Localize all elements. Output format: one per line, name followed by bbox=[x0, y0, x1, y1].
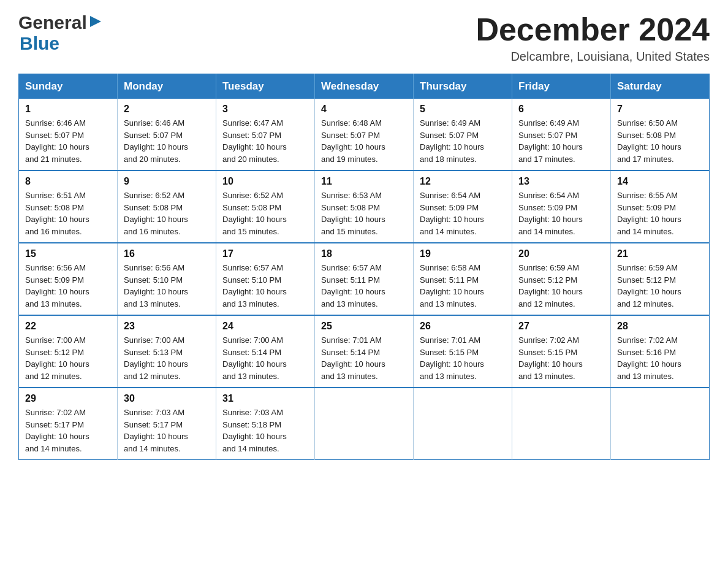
header-friday: Friday bbox=[512, 74, 611, 99]
day-info: Sunrise: 6:59 AM Sunset: 5:12 PM Dayligh… bbox=[617, 262, 703, 310]
day-info: Sunrise: 7:03 AM Sunset: 5:17 PM Dayligh… bbox=[124, 407, 210, 454]
day-info: Sunrise: 6:54 AM Sunset: 5:09 PM Dayligh… bbox=[518, 190, 604, 237]
day-info: Sunrise: 7:00 AM Sunset: 5:12 PM Dayligh… bbox=[25, 334, 111, 382]
day-number: 29 bbox=[25, 393, 111, 404]
calendar-cell-w1-d5: 5 Sunrise: 6:49 AM Sunset: 5:07 PM Dayli… bbox=[414, 99, 512, 170]
day-info: Sunrise: 6:58 AM Sunset: 5:11 PM Dayligh… bbox=[420, 262, 506, 310]
day-number: 15 bbox=[25, 248, 111, 259]
calendar-cell-w2-d4: 11 Sunrise: 6:53 AM Sunset: 5:08 PM Dayl… bbox=[315, 170, 414, 243]
calendar-cell-w5-d5 bbox=[414, 388, 512, 460]
logo-triangle-icon bbox=[89, 15, 102, 31]
day-info: Sunrise: 6:53 AM Sunset: 5:08 PM Dayligh… bbox=[321, 190, 407, 237]
calendar-week-5: 29 Sunrise: 7:02 AM Sunset: 5:17 PM Dayl… bbox=[19, 388, 710, 460]
day-number: 24 bbox=[222, 321, 308, 332]
logo-general: General bbox=[18, 12, 87, 33]
header-sunday: Sunday bbox=[19, 74, 118, 99]
header-wednesday: Wednesday bbox=[315, 74, 414, 99]
day-number: 31 bbox=[222, 393, 308, 404]
day-number: 11 bbox=[321, 176, 407, 187]
day-info: Sunrise: 6:54 AM Sunset: 5:09 PM Dayligh… bbox=[420, 190, 506, 237]
header-thursday: Thursday bbox=[414, 74, 512, 99]
day-number: 6 bbox=[518, 104, 604, 115]
logo: General Blue bbox=[18, 12, 102, 54]
day-info: Sunrise: 7:01 AM Sunset: 5:15 PM Dayligh… bbox=[420, 334, 506, 382]
day-number: 19 bbox=[420, 248, 506, 259]
calendar-header: Sunday Monday Tuesday Wednesday Thursday… bbox=[19, 74, 710, 99]
day-number: 10 bbox=[222, 176, 308, 187]
day-number: 13 bbox=[518, 176, 604, 187]
calendar-cell-w5-d6 bbox=[512, 388, 611, 460]
day-info: Sunrise: 7:02 AM Sunset: 5:17 PM Dayligh… bbox=[25, 407, 111, 454]
day-info: Sunrise: 7:00 AM Sunset: 5:13 PM Dayligh… bbox=[124, 334, 210, 382]
day-info: Sunrise: 6:56 AM Sunset: 5:10 PM Dayligh… bbox=[124, 262, 210, 310]
day-info: Sunrise: 6:57 AM Sunset: 5:11 PM Dayligh… bbox=[321, 262, 407, 310]
calendar-cell-w4-d6: 27 Sunrise: 7:02 AM Sunset: 5:15 PM Dayl… bbox=[512, 315, 611, 388]
calendar-cell-w1-d1: 1 Sunrise: 6:46 AM Sunset: 5:07 PM Dayli… bbox=[19, 99, 118, 170]
calendar-cell-w3-d6: 20 Sunrise: 6:59 AM Sunset: 5:12 PM Dayl… bbox=[512, 243, 611, 315]
calendar-cell-w1-d6: 6 Sunrise: 6:49 AM Sunset: 5:07 PM Dayli… bbox=[512, 99, 611, 170]
calendar-week-4: 22 Sunrise: 7:00 AM Sunset: 5:12 PM Dayl… bbox=[19, 315, 710, 388]
calendar-cell-w3-d2: 16 Sunrise: 6:56 AM Sunset: 5:10 PM Dayl… bbox=[118, 243, 216, 315]
calendar-cell-w4-d2: 23 Sunrise: 7:00 AM Sunset: 5:13 PM Dayl… bbox=[118, 315, 216, 388]
calendar-cell-w2-d2: 9 Sunrise: 6:52 AM Sunset: 5:08 PM Dayli… bbox=[118, 170, 216, 243]
day-number: 2 bbox=[124, 104, 210, 115]
day-number: 26 bbox=[420, 321, 506, 332]
day-info: Sunrise: 6:46 AM Sunset: 5:07 PM Dayligh… bbox=[25, 117, 111, 165]
day-info: Sunrise: 7:01 AM Sunset: 5:14 PM Dayligh… bbox=[321, 334, 407, 382]
day-number: 12 bbox=[420, 176, 506, 187]
day-info: Sunrise: 6:51 AM Sunset: 5:08 PM Dayligh… bbox=[25, 190, 111, 237]
title-block: December 2024 Delcambre, Louisiana, Unit… bbox=[476, 12, 710, 64]
day-number: 28 bbox=[617, 321, 703, 332]
calendar-cell-w1-d7: 7 Sunrise: 6:50 AM Sunset: 5:08 PM Dayli… bbox=[611, 99, 710, 170]
calendar-table: Sunday Monday Tuesday Wednesday Thursday… bbox=[18, 74, 710, 460]
day-info: Sunrise: 7:02 AM Sunset: 5:15 PM Dayligh… bbox=[518, 334, 604, 382]
day-info: Sunrise: 6:50 AM Sunset: 5:08 PM Dayligh… bbox=[617, 117, 703, 165]
day-number: 7 bbox=[617, 104, 703, 115]
header-saturday: Saturday bbox=[611, 74, 710, 99]
calendar-cell-w1-d4: 4 Sunrise: 6:48 AM Sunset: 5:07 PM Dayli… bbox=[315, 99, 414, 170]
day-info: Sunrise: 6:47 AM Sunset: 5:07 PM Dayligh… bbox=[222, 117, 308, 165]
day-number: 9 bbox=[124, 176, 210, 187]
calendar-cell-w4-d1: 22 Sunrise: 7:00 AM Sunset: 5:12 PM Dayl… bbox=[19, 315, 118, 388]
day-info: Sunrise: 6:52 AM Sunset: 5:08 PM Dayligh… bbox=[222, 190, 308, 237]
day-number: 8 bbox=[25, 176, 111, 187]
calendar-cell-w2-d7: 14 Sunrise: 6:55 AM Sunset: 5:09 PM Dayl… bbox=[611, 170, 710, 243]
day-number: 18 bbox=[321, 248, 407, 259]
calendar-cell-w3-d3: 17 Sunrise: 6:57 AM Sunset: 5:10 PM Dayl… bbox=[216, 243, 315, 315]
calendar-week-1: 1 Sunrise: 6:46 AM Sunset: 5:07 PM Dayli… bbox=[19, 99, 710, 170]
day-number: 17 bbox=[222, 248, 308, 259]
day-info: Sunrise: 6:55 AM Sunset: 5:09 PM Dayligh… bbox=[617, 190, 703, 237]
day-number: 1 bbox=[25, 104, 111, 115]
calendar-week-2: 8 Sunrise: 6:51 AM Sunset: 5:08 PM Dayli… bbox=[19, 170, 710, 243]
day-number: 14 bbox=[617, 176, 703, 187]
day-info: Sunrise: 7:02 AM Sunset: 5:16 PM Dayligh… bbox=[617, 334, 703, 382]
calendar-cell-w5-d4 bbox=[315, 388, 414, 460]
calendar-cell-w2-d1: 8 Sunrise: 6:51 AM Sunset: 5:08 PM Dayli… bbox=[19, 170, 118, 243]
month-title: December 2024 bbox=[476, 12, 710, 47]
page-header: General Blue December 2024 Delcambre, Lo… bbox=[18, 12, 710, 64]
day-number: 23 bbox=[124, 321, 210, 332]
svg-marker-0 bbox=[90, 16, 101, 27]
calendar-cell-w2-d5: 12 Sunrise: 6:54 AM Sunset: 5:09 PM Dayl… bbox=[414, 170, 512, 243]
day-info: Sunrise: 7:03 AM Sunset: 5:18 PM Dayligh… bbox=[222, 407, 308, 454]
calendar-cell-w2-d6: 13 Sunrise: 6:54 AM Sunset: 5:09 PM Dayl… bbox=[512, 170, 611, 243]
day-info: Sunrise: 6:52 AM Sunset: 5:08 PM Dayligh… bbox=[124, 190, 210, 237]
calendar-cell-w3-d5: 19 Sunrise: 6:58 AM Sunset: 5:11 PM Dayl… bbox=[414, 243, 512, 315]
day-number: 30 bbox=[124, 393, 210, 404]
calendar-cell-w4-d7: 28 Sunrise: 7:02 AM Sunset: 5:16 PM Dayl… bbox=[611, 315, 710, 388]
logo-blue: Blue bbox=[20, 33, 59, 53]
calendar-cell-w5-d3: 31 Sunrise: 7:03 AM Sunset: 5:18 PM Dayl… bbox=[216, 388, 315, 460]
day-info: Sunrise: 6:56 AM Sunset: 5:09 PM Dayligh… bbox=[25, 262, 111, 310]
calendar-cell-w5-d7 bbox=[611, 388, 710, 460]
calendar-cell-w5-d2: 30 Sunrise: 7:03 AM Sunset: 5:17 PM Dayl… bbox=[118, 388, 216, 460]
calendar-cell-w4-d4: 25 Sunrise: 7:01 AM Sunset: 5:14 PM Dayl… bbox=[315, 315, 414, 388]
calendar-cell-w4-d3: 24 Sunrise: 7:00 AM Sunset: 5:14 PM Dayl… bbox=[216, 315, 315, 388]
calendar-body: 1 Sunrise: 6:46 AM Sunset: 5:07 PM Dayli… bbox=[19, 99, 710, 460]
calendar-week-3: 15 Sunrise: 6:56 AM Sunset: 5:09 PM Dayl… bbox=[19, 243, 710, 315]
day-number: 25 bbox=[321, 321, 407, 332]
calendar-cell-w1-d2: 2 Sunrise: 6:46 AM Sunset: 5:07 PM Dayli… bbox=[118, 99, 216, 170]
day-number: 20 bbox=[518, 248, 604, 259]
day-number: 5 bbox=[420, 104, 506, 115]
day-info: Sunrise: 6:57 AM Sunset: 5:10 PM Dayligh… bbox=[222, 262, 308, 310]
calendar-cell-w4-d5: 26 Sunrise: 7:01 AM Sunset: 5:15 PM Dayl… bbox=[414, 315, 512, 388]
